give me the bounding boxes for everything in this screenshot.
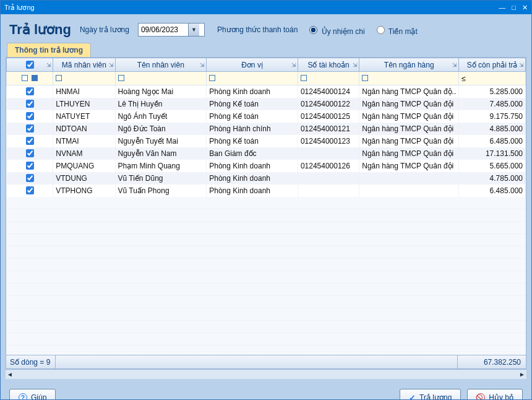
- cancel-icon: ⃠: [476, 393, 485, 400]
- date-label: Ngày trả lương: [80, 25, 129, 34]
- help-button[interactable]: ? Giúp: [9, 389, 56, 400]
- filter-icon[interactable]: [301, 75, 307, 81]
- total-amount: 67.382.250: [458, 358, 526, 367]
- maximize-icon[interactable]: □: [512, 4, 516, 12]
- col-dept[interactable]: Đơn vị⇲: [207, 58, 298, 72]
- check-icon: ✓: [409, 393, 416, 401]
- cell-bank: Ngân hàng TMCP Quân đội: [359, 110, 459, 123]
- close-icon[interactable]: ✕: [522, 4, 528, 12]
- pin-icon[interactable]: ⇲: [46, 62, 51, 68]
- pin-icon[interactable]: ⇲: [109, 62, 114, 68]
- pin-icon[interactable]: ⇲: [353, 62, 358, 68]
- date-dropdown-icon[interactable]: ▼: [188, 24, 199, 36]
- cell-bank: Ngân hàng TMCP Quân đội: [359, 147, 459, 160]
- cell-bank: Ngân hàng TMCP Quân độ..: [359, 85, 459, 98]
- cell-dept: Phòng Kinh doanh: [207, 85, 298, 98]
- pin-icon[interactable]: ⇲: [200, 62, 205, 68]
- cell-amt: 6.485.000: [459, 135, 526, 147]
- table-row[interactable]: VTPHONGVũ Tuấn PhongPhòng Kinh doanh6.48…: [7, 185, 526, 197]
- cell-code: LTHUYEN: [53, 98, 115, 110]
- col-check[interactable]: ⇲: [7, 58, 53, 72]
- filter-icon[interactable]: [22, 75, 28, 81]
- cell-acct: [298, 147, 359, 160]
- pay-button[interactable]: ✓ Trả lương: [400, 389, 461, 400]
- filter-icon[interactable]: [56, 75, 62, 81]
- header: Trả lương Ngày trả lương ▼ Phương thức t…: [1, 14, 531, 43]
- table-row[interactable]: NVNAMNguyễn Văn NamBan Giám đốcNgân hàng…: [7, 147, 526, 160]
- row-checkbox[interactable]: [26, 124, 34, 133]
- cell-amt: 5.665.000: [459, 160, 526, 172]
- cell-bank: Ngân hàng TMCP Quân đội: [359, 123, 459, 135]
- row-count: Số dòng = 9: [6, 355, 56, 368]
- cell-code: NDTOAN: [53, 123, 115, 135]
- cell-name: Ngô Ánh Tuyết: [115, 110, 207, 123]
- table-row[interactable]: NTMAINguyễn Tuyết MaiPhòng Kế toán012454…: [7, 135, 526, 147]
- row-checkbox[interactable]: [26, 149, 34, 157]
- scroll-right-icon[interactable]: ►: [519, 371, 525, 378]
- titlebar: Trả lương — □ ✕: [1, 1, 531, 14]
- table-row[interactable]: NDTOANNgô Đức ToànPhòng Hành chính012454…: [7, 123, 526, 135]
- row-checkbox[interactable]: [26, 87, 34, 95]
- filter-icon[interactable]: [32, 75, 38, 81]
- salary-table: ⇲ Mã nhân viên⇲ Tên nhân viên⇲ Đơn vị⇲ S…: [6, 58, 526, 197]
- table-row[interactable]: NATUYETNgô Ánh TuyếtPhòng Kế toán0124540…: [7, 110, 526, 123]
- row-checkbox[interactable]: [26, 186, 34, 194]
- cell-amt: 5.285.000: [459, 85, 526, 98]
- cell-amt: 4.785.000: [459, 172, 526, 185]
- row-checkbox[interactable]: [26, 112, 34, 120]
- col-acct[interactable]: Số tài khoản⇲: [298, 58, 359, 72]
- cell-dept: Phòng Kế toán: [207, 98, 298, 110]
- row-checkbox[interactable]: [26, 174, 34, 182]
- grid-panel: ⇲ Mã nhân viên⇲ Tên nhân viên⇲ Đơn vị⇲ S…: [6, 57, 526, 369]
- cell-dept: Phòng Kinh doanh: [207, 172, 298, 185]
- cell-code: NTMAI: [53, 135, 115, 147]
- cell-acct: [298, 185, 359, 197]
- cell-code: NATUYET: [53, 110, 115, 123]
- row-checkbox[interactable]: [26, 137, 34, 145]
- table-row[interactable]: PMQUANGPhạm Minh QuangPhòng Kinh doanh01…: [7, 160, 526, 172]
- cell-code: NVNAM: [53, 147, 115, 160]
- col-bank[interactable]: Tên ngân hàng⇲: [359, 58, 459, 72]
- cell-bank: Ngân hàng TMCP Quân đội: [359, 160, 459, 172]
- table-row[interactable]: HNMAIHoàng Ngọc MaiPhòng Kinh doanh01245…: [7, 85, 526, 98]
- filter-icon[interactable]: [209, 75, 215, 81]
- col-name[interactable]: Tên nhân viên⇲: [115, 58, 207, 72]
- filter-row[interactable]: ≤: [7, 72, 526, 85]
- table-row[interactable]: VTDUNGVũ Tiến DũngPhòng Kinh doanh4.785.…: [7, 172, 526, 185]
- row-checkbox[interactable]: [26, 162, 34, 170]
- payment-method-label: Phương thức thanh toán: [217, 25, 298, 34]
- pin-icon[interactable]: ⇲: [452, 62, 457, 68]
- table-row[interactable]: LTHUYENLê Thị HuyềnPhòng Kế toán01245400…: [7, 98, 526, 110]
- tab-salary-info[interactable]: Thông tin trả lương: [7, 43, 91, 57]
- cell-amt: 17.131.500: [459, 147, 526, 160]
- cell-bank: [359, 172, 459, 185]
- col-code[interactable]: Mã nhân viên⇲: [53, 58, 115, 72]
- cell-acct: 012454000124: [298, 85, 359, 98]
- horizontal-scrollbar[interactable]: ◄ ►: [6, 369, 526, 379]
- pin-icon[interactable]: ⇲: [519, 62, 524, 68]
- cell-name: Nguyễn Văn Nam: [115, 147, 207, 160]
- filter-icon[interactable]: [118, 75, 124, 81]
- radio-cash[interactable]: Tiền mặt: [374, 24, 418, 36]
- scroll-left-icon[interactable]: ◄: [7, 371, 13, 378]
- cell-amt: 9.175.750: [459, 110, 526, 123]
- filter-amt-op[interactable]: ≤: [459, 72, 526, 85]
- minimize-icon[interactable]: —: [499, 4, 505, 12]
- pay-date-input[interactable]: [139, 24, 188, 36]
- pay-date-field[interactable]: ▼: [138, 23, 205, 37]
- filter-icon[interactable]: [362, 75, 368, 81]
- col-amt[interactable]: Số còn phải trả⇲: [459, 58, 526, 72]
- pin-icon[interactable]: ⇲: [291, 62, 296, 68]
- cell-dept: Phòng Kế toán: [207, 110, 298, 123]
- cell-dept: Phòng Kinh doanh: [207, 160, 298, 172]
- radio-transfer[interactable]: Ủy nhiệm chi: [306, 24, 364, 36]
- row-checkbox[interactable]: [26, 100, 34, 108]
- cell-acct: [298, 172, 359, 185]
- cell-dept: Phòng Hành chính: [207, 123, 298, 135]
- cancel-button[interactable]: ⃠ Hủy bỏ: [467, 389, 523, 400]
- cell-acct: 012454000123: [298, 135, 359, 147]
- select-all-checkbox[interactable]: [26, 61, 34, 69]
- cell-code: PMQUANG: [53, 160, 115, 172]
- cell-amt: 4.885.000: [459, 123, 526, 135]
- cell-dept: Ban Giám đốc: [207, 147, 298, 160]
